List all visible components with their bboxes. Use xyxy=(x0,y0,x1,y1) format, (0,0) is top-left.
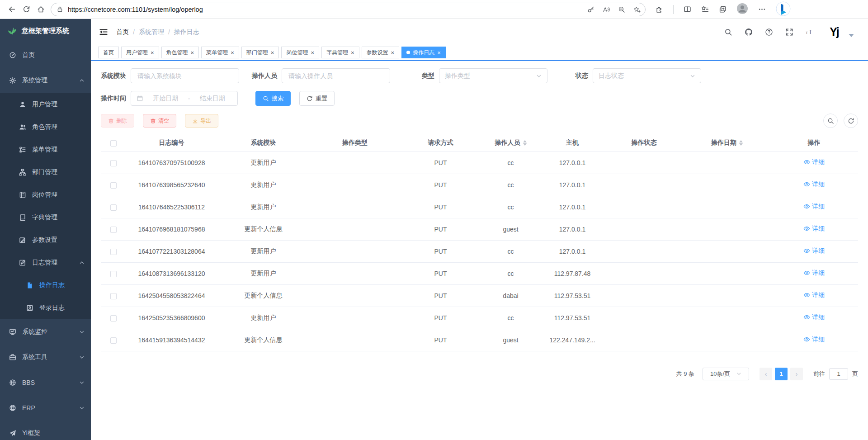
breadcrumb-home[interactable]: 首页 xyxy=(116,28,129,36)
tab-close-icon[interactable]: × xyxy=(151,50,154,56)
sidebar-item-home[interactable]: 首页 xyxy=(0,43,91,68)
sidebar-item-system-mgmt[interactable]: 系统管理 xyxy=(0,68,91,93)
row-checkbox[interactable] xyxy=(110,160,117,166)
date-range-picker[interactable]: 开始日期 - 结束日期 xyxy=(131,91,238,106)
favorites-icon[interactable] xyxy=(701,5,709,13)
sidebar-item-dept-mgmt[interactable]: 部门管理 xyxy=(0,161,91,184)
add-favorite-icon[interactable] xyxy=(633,6,641,13)
row-checkbox[interactable] xyxy=(110,204,117,211)
github-icon[interactable] xyxy=(745,28,753,36)
sidebar-item-menu-mgmt[interactable]: 菜单管理 xyxy=(0,138,91,161)
sidebar-item-role-mgmt[interactable]: 角色管理 xyxy=(0,116,91,138)
row-checkbox[interactable] xyxy=(110,182,117,189)
sidebar-item-login-log[interactable]: 登录日志 xyxy=(0,297,91,319)
tab-dict-mgmt[interactable]: 字典管理× xyxy=(321,47,359,58)
password-key-icon[interactable] xyxy=(587,6,594,13)
sort-ascending-icon[interactable] xyxy=(739,140,743,142)
help-icon[interactable] xyxy=(765,28,773,36)
sidebar-item-system-monitor[interactable]: 系统监控 xyxy=(0,319,91,345)
tab-close-icon[interactable]: × xyxy=(311,50,314,56)
column-header-8[interactable]: 操作日期 xyxy=(684,134,770,151)
goto-page-input[interactable]: 1 xyxy=(829,368,848,380)
detail-link[interactable]: 详细 xyxy=(803,225,825,233)
row-checkbox[interactable] xyxy=(110,293,117,299)
extensions-icon[interactable] xyxy=(656,5,663,13)
status-select[interactable]: 日志状态 xyxy=(593,68,701,83)
prev-page-button[interactable]: ‹ xyxy=(760,368,772,380)
detail-link[interactable]: 详细 xyxy=(803,291,825,299)
browser-back-button[interactable] xyxy=(5,2,19,17)
sidebar-item-oper-log[interactable]: 操作日志 xyxy=(0,274,91,297)
browser-menu-icon[interactable] xyxy=(758,5,766,13)
avatar-caret-down-icon[interactable] xyxy=(847,31,855,39)
operator-input[interactable] xyxy=(288,72,384,80)
sort-descending-icon[interactable] xyxy=(739,143,743,146)
detail-link[interactable]: 详细 xyxy=(803,180,825,189)
sidebar-item-param-settings[interactable]: 参数设置 xyxy=(0,229,91,251)
tab-close-icon[interactable]: × xyxy=(437,50,441,56)
row-checkbox[interactable] xyxy=(110,271,117,277)
next-page-button[interactable]: › xyxy=(790,368,803,380)
browser-profile-avatar[interactable] xyxy=(736,3,748,14)
header-search-icon[interactable] xyxy=(724,28,732,36)
row-checkbox[interactable] xyxy=(110,337,117,344)
row-checkbox[interactable] xyxy=(110,315,117,322)
fullscreen-icon[interactable] xyxy=(785,28,793,36)
split-screen-icon[interactable] xyxy=(684,5,691,13)
page-size-select[interactable]: 10条/页 xyxy=(703,368,749,380)
clear-button[interactable]: 清空 xyxy=(143,114,176,128)
sidebar-item-post-mgmt[interactable]: 岗位管理 xyxy=(0,184,91,206)
tab-close-icon[interactable]: × xyxy=(271,50,274,56)
tab-close-icon[interactable]: × xyxy=(231,50,234,56)
detail-link[interactable]: 详细 xyxy=(803,247,825,255)
select-all-checkbox[interactable] xyxy=(110,140,117,147)
refresh-table-button[interactable] xyxy=(844,114,858,128)
tab-user-mgmt[interactable]: 用户管理× xyxy=(121,47,159,58)
delete-button[interactable]: 删除 xyxy=(101,114,134,128)
detail-link[interactable]: 详细 xyxy=(803,336,825,344)
sort-carets-icon[interactable] xyxy=(739,140,743,146)
sort-ascending-icon[interactable] xyxy=(523,140,527,142)
tab-close-icon[interactable]: × xyxy=(391,50,395,56)
page-number-1[interactable]: 1 xyxy=(775,368,788,380)
tab-role-mgmt[interactable]: 角色管理× xyxy=(161,47,199,58)
bing-discover-icon[interactable] xyxy=(776,1,791,16)
export-button[interactable]: 导出 xyxy=(185,114,218,128)
tab-menu-mgmt[interactable]: 菜单管理× xyxy=(201,47,239,58)
row-checkbox[interactable] xyxy=(110,227,117,233)
zoom-out-icon[interactable] xyxy=(618,6,625,13)
sidebar-item-user-mgmt[interactable]: 用户管理 xyxy=(0,93,91,116)
font-size-icon[interactable]: TT xyxy=(806,28,814,36)
show-search-button[interactable] xyxy=(823,114,838,128)
tab-oper-log[interactable]: 操作日志× xyxy=(401,47,446,58)
sidebar-item-yi-framework[interactable]: Yi框架 xyxy=(0,421,91,440)
tab-close-icon[interactable]: × xyxy=(191,50,194,56)
sidebar-item-erp[interactable]: ERP xyxy=(0,395,91,421)
user-avatar[interactable]: Yj xyxy=(826,24,842,40)
search-button[interactable]: 搜索 xyxy=(255,91,291,106)
tab-home[interactable]: 首页 xyxy=(98,47,119,58)
tab-dept-mgmt[interactable]: 部门管理× xyxy=(241,47,279,58)
browser-home-button[interactable] xyxy=(33,2,48,17)
detail-link[interactable]: 详细 xyxy=(803,203,825,211)
tab-post-mgmt[interactable]: 岗位管理× xyxy=(281,47,319,58)
sort-descending-icon[interactable] xyxy=(523,143,527,146)
address-bar[interactable]: https://ccnetcore.com:1101/system/log/op… xyxy=(51,3,646,16)
module-input[interactable] xyxy=(137,72,233,80)
sidebar-item-bbs[interactable]: BBS xyxy=(0,370,91,395)
tab-param-settings[interactable]: 参数设置× xyxy=(362,47,400,58)
sidebar-item-log-mgmt[interactable]: 日志管理 xyxy=(0,251,91,274)
collections-icon[interactable] xyxy=(719,5,726,13)
column-header-5[interactable]: 操作人员 xyxy=(481,134,541,151)
read-aloud-icon[interactable] xyxy=(603,6,610,13)
row-checkbox[interactable] xyxy=(110,249,117,255)
sidebar-item-dict-mgmt[interactable]: 字典管理 xyxy=(0,206,91,229)
detail-link[interactable]: 详细 xyxy=(803,313,825,322)
tab-close-icon[interactable]: × xyxy=(351,50,354,56)
sort-carets-icon[interactable] xyxy=(523,140,527,146)
sidebar-toggle-icon[interactable] xyxy=(99,28,108,36)
type-select[interactable]: 操作类型 xyxy=(439,68,547,83)
reset-button[interactable]: 重置 xyxy=(299,91,335,106)
detail-link[interactable]: 详细 xyxy=(803,158,825,166)
browser-refresh-button[interactable] xyxy=(19,2,33,17)
